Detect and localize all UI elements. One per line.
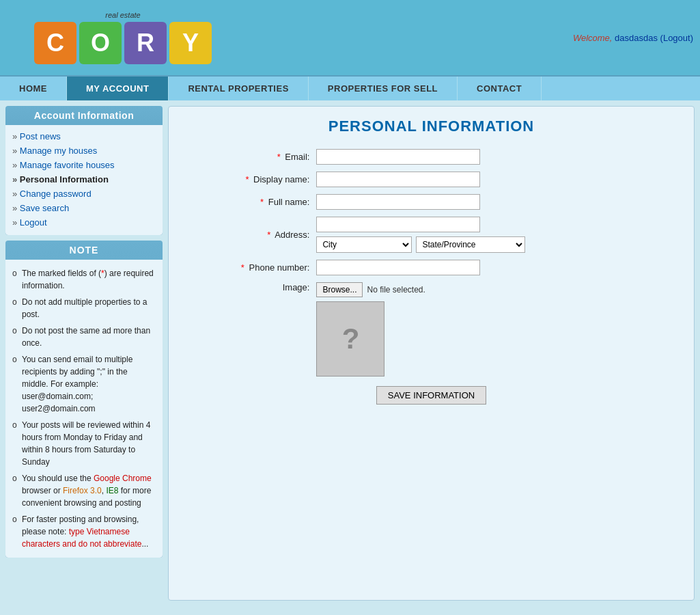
- display-name-input[interactable]: [316, 172, 480, 187]
- personal-info-form: * Email: * Display name: * Full name:: [207, 149, 655, 405]
- logo-r: R: [124, 22, 167, 64]
- sidebar-item-post-news[interactable]: Post news: [11, 129, 157, 144]
- note-title: NOTE: [5, 241, 163, 260]
- phone-required-star: *: [241, 262, 244, 273]
- email-row: * Email:: [207, 149, 655, 165]
- save-button-row: SAVE INFORMATION: [207, 386, 655, 405]
- image-input-area: Browse... No file selected. ?: [316, 282, 425, 377]
- logo-c: C: [34, 22, 76, 64]
- nav-contact[interactable]: CONTACT: [458, 77, 542, 100]
- page-title: PERSONAL INFORMATION: [182, 118, 680, 135]
- display-name-required-star: *: [245, 174, 249, 184]
- firefox-link[interactable]: Firefox 3.0: [63, 486, 102, 495]
- logo-area: real estate C O R Y: [7, 11, 239, 64]
- display-name-label: * Display name:: [207, 174, 316, 184]
- nav: HOME MY ACCOUNT RENTAL PROPERTIES PROPER…: [0, 75, 700, 100]
- city-select[interactable]: City: [316, 236, 412, 253]
- address-row: * Address: City State/Province: [207, 217, 655, 253]
- full-name-input[interactable]: [316, 194, 480, 210]
- note-item-4: You can send email to multiple recipient…: [12, 351, 156, 417]
- chrome-link[interactable]: Google Chrome: [94, 474, 152, 483]
- content-area: PERSONAL INFORMATION * Email: * Display …: [168, 106, 695, 601]
- avatar-question-mark: ?: [342, 323, 360, 355]
- logo-real-estate-text: real estate: [105, 11, 140, 19]
- sidebar-item-personal-info[interactable]: Personal Information: [11, 172, 157, 187]
- sidebar-item-change-password[interactable]: Change password: [11, 187, 157, 201]
- note-item-1: The marked fields of (*) are required in…: [12, 265, 156, 294]
- sidebar-item-logout[interactable]: Logout: [11, 215, 157, 230]
- full-name-required-star: *: [260, 197, 264, 207]
- address-label: * Address:: [207, 230, 316, 240]
- email-required-star: *: [277, 152, 281, 162]
- save-information-button[interactable]: SAVE INFORMATION: [376, 386, 486, 405]
- welcome-area: Welcome, dasdasdas (Logout): [573, 33, 693, 43]
- city-state-row: City State/Province: [316, 236, 525, 253]
- address-input[interactable]: [316, 217, 480, 232]
- note-item-6: You should use the Google Chrome browser…: [12, 470, 156, 511]
- nav-my-account[interactable]: MY ACCOUNT: [67, 77, 169, 100]
- phone-input[interactable]: [316, 260, 480, 275]
- email-label: * Email:: [207, 152, 316, 162]
- full-name-label: * Full name:: [207, 197, 316, 207]
- note-item-7: For faster posting and browsing, please …: [12, 511, 156, 552]
- full-name-label-text: Full name:: [268, 197, 310, 207]
- nav-rental-properties[interactable]: RENTAL PROPERTIES: [169, 77, 308, 100]
- image-label: Image:: [207, 282, 316, 292]
- full-name-row: * Full name:: [207, 194, 655, 210]
- sidebar-item-manage-favorites[interactable]: Manage favorite houses: [11, 158, 157, 172]
- nav-home[interactable]: HOME: [0, 77, 67, 100]
- address-inputs: City State/Province: [316, 217, 525, 253]
- note-item-3: Do not post the same ad more than once.: [12, 323, 156, 351]
- sidebar: Account Information Post news Manage my …: [5, 106, 163, 601]
- phone-label: * Phone number:: [207, 262, 316, 273]
- sidebar-item-manage-houses[interactable]: Manage my houses: [11, 144, 157, 158]
- nav-properties-for-sell[interactable]: PROPERTIES FOR SELL: [309, 77, 458, 100]
- main: Account Information Post news Manage my …: [0, 100, 700, 606]
- logo-o: O: [79, 22, 122, 64]
- note-item-5: Your posts will be reviewed within 4 hou…: [12, 417, 156, 470]
- no-file-text: No file selected.: [367, 285, 425, 295]
- username-logout-link[interactable]: dasdasdas (Logout): [615, 33, 693, 43]
- sidebar-links: Post news Manage my houses Manage favori…: [5, 125, 163, 235]
- logout-text: (Logout): [660, 33, 693, 43]
- image-row: Image: Browse... No file selected. ?: [207, 282, 655, 377]
- address-label-text: Address:: [275, 230, 309, 240]
- email-input[interactable]: [316, 149, 480, 165]
- logo-y: Y: [169, 22, 212, 64]
- header: real estate C O R Y Welcome, dasdasdas (…: [0, 0, 700, 75]
- email-label-text: Email:: [285, 152, 309, 162]
- logo-puzzle: C O R Y: [34, 22, 212, 64]
- note-item-2: Do not add multiple properties to a post…: [12, 294, 156, 323]
- vietnamese-link[interactable]: type Vietnamese characters and do not ab…: [22, 527, 141, 549]
- avatar-placeholder: ?: [316, 301, 384, 377]
- note-section: NOTE The marked fields of (*) are requir…: [5, 241, 163, 558]
- welcome-label: Welcome,: [573, 33, 613, 43]
- note-content: The marked fields of (*) are required in…: [5, 260, 163, 558]
- ie8-link[interactable]: IE8: [106, 486, 118, 495]
- account-info-title: Account Information: [5, 106, 163, 125]
- display-name-row: * Display name:: [207, 172, 655, 187]
- username-text: dasdasdas: [615, 33, 658, 43]
- address-required-star: *: [267, 230, 270, 240]
- state-select[interactable]: State/Province: [416, 236, 525, 253]
- phone-label-text: Phone number:: [249, 262, 310, 273]
- image-label-text: Image:: [283, 282, 310, 292]
- browse-button[interactable]: Browse...: [316, 282, 363, 297]
- sidebar-item-save-search[interactable]: Save search: [11, 201, 157, 215]
- phone-row: * Phone number:: [207, 260, 655, 275]
- account-section: Account Information Post news Manage my …: [5, 106, 163, 235]
- display-name-label-text: Display name:: [253, 174, 309, 184]
